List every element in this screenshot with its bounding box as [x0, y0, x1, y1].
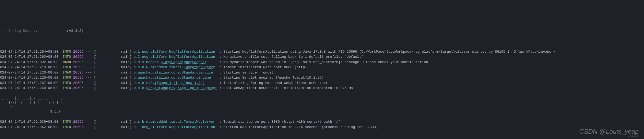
logger-class: NegPlatformApplication — [169, 125, 215, 130]
log-message: : Root WebApplicationContext: initializa… — [219, 86, 353, 91]
logger-class: NegPlatformApplication — [169, 54, 215, 60]
thread-name: main] — [121, 86, 132, 91]
log-lines-group: 024-07-24T14:17:51.254+08:00 INFO 20596 … — [0, 49, 644, 91]
process-id: 20596 — [73, 80, 84, 86]
logger-prefix: o.s.b.w.embedded.tomcat. — [134, 119, 184, 125]
ascii-art-line: 3.5.7 — [0, 110, 644, 114]
separator: --- [ — [84, 119, 121, 125]
watermark-small-text: znwx.ch — [628, 133, 639, 138]
mybatis-plus-banner: _ _ |_ _ _|_. ___ _ | _ | | |\/|_)(_| | … — [0, 96, 644, 114]
log-level: INFO — [63, 54, 71, 60]
ascii-art-line: / | — [0, 105, 644, 110]
logger-prefix: o.l.neg_platform. — [134, 54, 169, 60]
thread-name: main] — [121, 49, 132, 55]
console-log-output: :: Spring Boot :: (v3.3.2) 024-07-24T14:… — [0, 21, 644, 135]
logger-class: NegPlatformApplication — [169, 49, 215, 55]
log-line: 024-07-24T14:17:52.268+08:00 INFO 20596 … — [0, 86, 644, 91]
thread-name: main] — [121, 119, 132, 125]
thread-name: main] — [121, 125, 132, 130]
timestamp: 024-07-24T14:17:51.892+08:00 — [0, 60, 58, 65]
ascii-art-line: | | |\/|_)(_| | |_\ |_)||_|_\ — [0, 101, 644, 105]
process-id: 20596 — [73, 70, 84, 75]
process-id: 20596 — [73, 60, 84, 65]
logger-class: TomcatWebServer — [184, 119, 215, 125]
log-message: : No active profile set, falling back to… — [219, 54, 363, 60]
logger-class: TomcatWebServer — [184, 65, 215, 70]
log-message: : Starting Servlet engine: [Apache Tomca… — [219, 75, 324, 80]
separator: --- [ — [84, 125, 121, 130]
log-line: 024-07-24T14:17:52.226+08:00 INFO 20596 … — [0, 75, 644, 80]
log-level: INFO — [63, 86, 71, 91]
spring-boot-label: :: Spring Boot :: — [0, 29, 40, 33]
log-level: INFO — [63, 75, 71, 80]
timestamp: 024-07-24T14:17:52.942+08:00 — [0, 125, 58, 130]
timestamp: 024-07-24T14:17:51.254+08:00 — [0, 49, 58, 55]
logger-prefix: o.s.b.w.embedded.tomcat. — [134, 65, 184, 70]
logger-prefix: o.m.s.mapper. — [134, 60, 161, 65]
timestamp: 024-07-24T14:17:52.226+08:00 — [0, 75, 58, 80]
separator: --- [ — [84, 49, 121, 55]
log-message: : Tomcat initialized with port 8080 (htt… — [219, 65, 307, 70]
log-level: WARN — [63, 60, 71, 65]
logger-prefix: w.s.c. — [134, 86, 146, 91]
logger-class: ServletWebServerApplicationContext — [146, 86, 217, 91]
logger-class: ClassPathMapperScanner — [161, 60, 207, 65]
separator: --- [ — [84, 60, 121, 65]
separator: --- [ — [84, 54, 121, 60]
logger-class: StandardEngine — [182, 75, 211, 80]
separator: --- [ — [84, 75, 121, 80]
thread-name: main] — [121, 54, 132, 60]
log-message: : Started NegPlatformApplication in 2.14… — [219, 125, 378, 130]
log-line: 024-07-24T14:17:51.254+08:00 INFO 20596 … — [0, 49, 644, 55]
timestamp: 024-07-24T14:17:52.936+08:00 — [0, 119, 58, 125]
log-line: 024-07-24T14:17:52.267+08:00 INFO 20596 … — [0, 80, 644, 86]
logger-prefix: o.a.c.c.C. — [134, 80, 154, 86]
spring-boot-version: (v3.3.2) — [67, 29, 84, 33]
process-id: 20596 — [73, 65, 84, 70]
log-line: 024-07-24T14:17:51.263+08:00 INFO 20596 … — [0, 54, 644, 60]
log-line: 024-07-24T14:17:52.942+08:00 INFO 20596 … — [0, 125, 644, 130]
logger-class: [Tomcat].[localhost].[/] — [154, 80, 204, 86]
logger-prefix: o.l.neg_platform. — [134, 49, 169, 55]
thread-name: main] — [121, 75, 132, 80]
timestamp: 024-07-24T14:17:51.263+08:00 — [0, 54, 58, 60]
ascii-art-line: _ _ |_ _ _|_. ___ _ | _ — [0, 96, 644, 101]
log-level: INFO — [63, 65, 71, 70]
process-id: 20596 — [73, 86, 84, 91]
log-line: 024-07-24T14:17:52.218+08:00 INFO 20596 … — [0, 65, 644, 70]
process-id: 20596 — [73, 125, 84, 130]
separator: --- [ — [84, 80, 121, 86]
log-level: INFO — [63, 119, 71, 125]
logger-prefix: o.apache.catalina.core. — [134, 75, 181, 80]
log-message: : Initializing Spring embedded WebApplic… — [219, 80, 328, 86]
process-id: 20596 — [73, 119, 84, 125]
log-level: INFO — [63, 49, 71, 55]
thread-name: main] — [121, 80, 132, 86]
log-line: 024-07-24T14:17:51.892+08:00 WARN 20596 … — [0, 60, 644, 65]
logger-class: StandardService — [182, 70, 213, 75]
timestamp: 024-07-24T14:17:52.226+08:00 — [0, 70, 58, 75]
blank-line — [0, 39, 644, 44]
log-line: 024-07-24T14:17:52.936+08:00 INFO 20596 … — [0, 119, 644, 125]
thread-name: main] — [121, 65, 132, 70]
log-level: INFO — [63, 80, 71, 86]
log-message: : Starting service [Tomcat] — [219, 70, 276, 75]
log-level: INFO — [63, 70, 71, 75]
thread-name: main] — [121, 70, 132, 75]
timestamp: 024-07-24T14:17:52.218+08:00 — [0, 65, 58, 70]
separator: --- [ — [84, 65, 121, 70]
timestamp: 024-07-24T14:17:52.267+08:00 — [0, 80, 58, 86]
log-line: 024-07-24T14:17:52.226+08:00 INFO 20596 … — [0, 70, 644, 75]
process-id: 20596 — [73, 49, 84, 55]
process-id: 20596 — [73, 75, 84, 80]
logger-prefix: o.l.neg_platform. — [134, 125, 169, 130]
separator: --- [ — [84, 86, 121, 91]
timestamp: 024-07-24T14:17:52.268+08:00 — [0, 86, 58, 91]
separator: --- [ — [84, 70, 121, 75]
thread-name: main] — [121, 60, 132, 65]
log-lines-group-after: 024-07-24T14:17:52.936+08:00 INFO 20596 … — [0, 119, 644, 130]
process-id: 20596 — [73, 54, 84, 60]
log-message: : No MyBatis mapper was found in '[org.l… — [219, 60, 430, 65]
spring-boot-header: :: Spring Boot :: (v3.3.2) — [0, 28, 644, 34]
log-message: : Starting NegPlatformApplication using … — [219, 49, 555, 55]
